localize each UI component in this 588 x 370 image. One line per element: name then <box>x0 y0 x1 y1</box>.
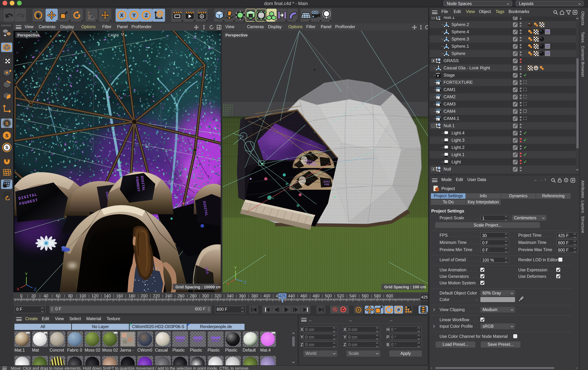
svg-text:Y: Y <box>25 272 28 276</box>
svg-text:FOU: FOU <box>324 183 329 186</box>
svg-text:Grid Spacing : 10000 cm: Grid Spacing : 10000 cm <box>176 285 221 289</box>
svg-text:P: P <box>397 308 400 312</box>
svg-text:Grid Spacing : 100 cm: Grid Spacing : 100 cm <box>384 285 426 289</box>
svg-text:Z: Z <box>244 280 246 285</box>
svg-text:Perspective: Perspective <box>17 33 40 37</box>
svg-text:S: S <box>5 121 8 126</box>
svg-text:Y: Y <box>132 12 136 18</box>
svg-text:P: P <box>88 11 90 14</box>
svg-text:CAM4: CAM4 <box>108 33 119 37</box>
svg-text:Perspective: Perspective <box>225 33 248 37</box>
svg-text:Y: Y <box>234 265 237 270</box>
svg-text:X: X <box>17 287 19 291</box>
svg-text:DIGI: DIGI <box>324 180 330 183</box>
svg-text:Z: Z <box>34 287 36 291</box>
svg-text:S: S <box>5 133 8 138</box>
svg-text:X: X <box>120 12 124 18</box>
svg-text:X: X <box>227 282 229 285</box>
svg-text:S: S <box>88 14 90 17</box>
svg-text:S: S <box>5 145 8 150</box>
svg-text:Z: Z <box>145 12 148 18</box>
